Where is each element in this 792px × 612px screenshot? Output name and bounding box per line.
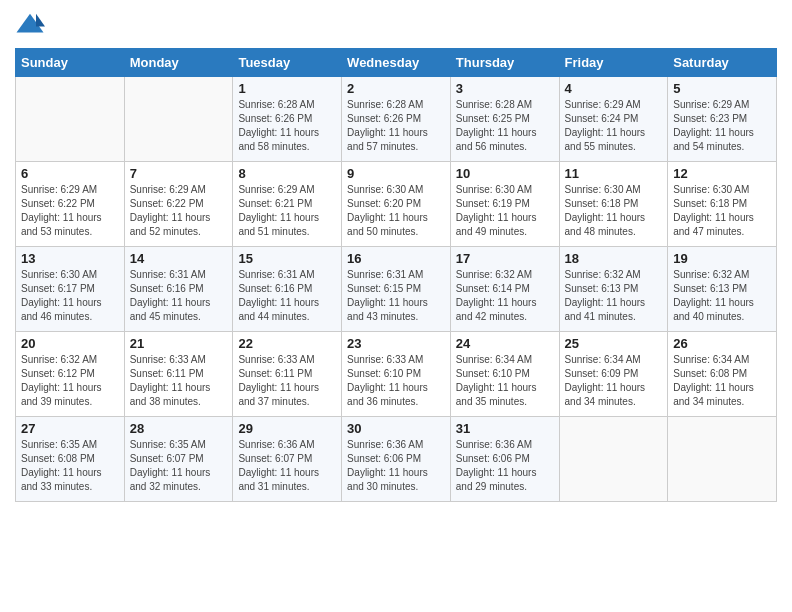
day-cell: 8Sunrise: 6:29 AMSunset: 6:21 PMDaylight… bbox=[233, 162, 342, 247]
day-cell: 18Sunrise: 6:32 AMSunset: 6:13 PMDayligh… bbox=[559, 247, 668, 332]
day-cell: 29Sunrise: 6:36 AMSunset: 6:07 PMDayligh… bbox=[233, 417, 342, 502]
calendar-body: 1Sunrise: 6:28 AMSunset: 6:26 PMDaylight… bbox=[16, 77, 777, 502]
week-row-3: 13Sunrise: 6:30 AMSunset: 6:17 PMDayligh… bbox=[16, 247, 777, 332]
day-number: 18 bbox=[565, 251, 663, 266]
day-info: Sunrise: 6:35 AMSunset: 6:07 PMDaylight:… bbox=[130, 438, 228, 494]
day-number: 28 bbox=[130, 421, 228, 436]
day-cell: 21Sunrise: 6:33 AMSunset: 6:11 PMDayligh… bbox=[124, 332, 233, 417]
day-cell: 19Sunrise: 6:32 AMSunset: 6:13 PMDayligh… bbox=[668, 247, 777, 332]
day-cell: 1Sunrise: 6:28 AMSunset: 6:26 PMDaylight… bbox=[233, 77, 342, 162]
day-number: 14 bbox=[130, 251, 228, 266]
day-number: 16 bbox=[347, 251, 445, 266]
day-cell: 4Sunrise: 6:29 AMSunset: 6:24 PMDaylight… bbox=[559, 77, 668, 162]
day-info: Sunrise: 6:32 AMSunset: 6:12 PMDaylight:… bbox=[21, 353, 119, 409]
day-cell: 10Sunrise: 6:30 AMSunset: 6:19 PMDayligh… bbox=[450, 162, 559, 247]
day-cell: 24Sunrise: 6:34 AMSunset: 6:10 PMDayligh… bbox=[450, 332, 559, 417]
day-info: Sunrise: 6:35 AMSunset: 6:08 PMDaylight:… bbox=[21, 438, 119, 494]
day-info: Sunrise: 6:28 AMSunset: 6:26 PMDaylight:… bbox=[347, 98, 445, 154]
day-info: Sunrise: 6:36 AMSunset: 6:06 PMDaylight:… bbox=[347, 438, 445, 494]
day-cell bbox=[559, 417, 668, 502]
day-number: 15 bbox=[238, 251, 336, 266]
day-number: 17 bbox=[456, 251, 554, 266]
week-row-2: 6Sunrise: 6:29 AMSunset: 6:22 PMDaylight… bbox=[16, 162, 777, 247]
header-cell-monday: Monday bbox=[124, 49, 233, 77]
day-cell: 6Sunrise: 6:29 AMSunset: 6:22 PMDaylight… bbox=[16, 162, 125, 247]
header bbox=[15, 10, 777, 40]
day-info: Sunrise: 6:30 AMSunset: 6:18 PMDaylight:… bbox=[673, 183, 771, 239]
day-number: 11 bbox=[565, 166, 663, 181]
day-number: 25 bbox=[565, 336, 663, 351]
day-cell: 11Sunrise: 6:30 AMSunset: 6:18 PMDayligh… bbox=[559, 162, 668, 247]
day-info: Sunrise: 6:31 AMSunset: 6:15 PMDaylight:… bbox=[347, 268, 445, 324]
day-info: Sunrise: 6:34 AMSunset: 6:10 PMDaylight:… bbox=[456, 353, 554, 409]
week-row-5: 27Sunrise: 6:35 AMSunset: 6:08 PMDayligh… bbox=[16, 417, 777, 502]
day-cell: 30Sunrise: 6:36 AMSunset: 6:06 PMDayligh… bbox=[342, 417, 451, 502]
day-number: 8 bbox=[238, 166, 336, 181]
day-number: 10 bbox=[456, 166, 554, 181]
day-number: 4 bbox=[565, 81, 663, 96]
day-cell: 14Sunrise: 6:31 AMSunset: 6:16 PMDayligh… bbox=[124, 247, 233, 332]
header-cell-saturday: Saturday bbox=[668, 49, 777, 77]
day-info: Sunrise: 6:30 AMSunset: 6:20 PMDaylight:… bbox=[347, 183, 445, 239]
day-cell: 23Sunrise: 6:33 AMSunset: 6:10 PMDayligh… bbox=[342, 332, 451, 417]
day-info: Sunrise: 6:32 AMSunset: 6:14 PMDaylight:… bbox=[456, 268, 554, 324]
day-info: Sunrise: 6:33 AMSunset: 6:10 PMDaylight:… bbox=[347, 353, 445, 409]
day-cell: 25Sunrise: 6:34 AMSunset: 6:09 PMDayligh… bbox=[559, 332, 668, 417]
day-info: Sunrise: 6:33 AMSunset: 6:11 PMDaylight:… bbox=[130, 353, 228, 409]
day-cell: 15Sunrise: 6:31 AMSunset: 6:16 PMDayligh… bbox=[233, 247, 342, 332]
day-cell: 27Sunrise: 6:35 AMSunset: 6:08 PMDayligh… bbox=[16, 417, 125, 502]
day-cell: 17Sunrise: 6:32 AMSunset: 6:14 PMDayligh… bbox=[450, 247, 559, 332]
day-info: Sunrise: 6:29 AMSunset: 6:22 PMDaylight:… bbox=[21, 183, 119, 239]
day-info: Sunrise: 6:28 AMSunset: 6:25 PMDaylight:… bbox=[456, 98, 554, 154]
header-cell-friday: Friday bbox=[559, 49, 668, 77]
day-number: 20 bbox=[21, 336, 119, 351]
day-number: 30 bbox=[347, 421, 445, 436]
header-cell-sunday: Sunday bbox=[16, 49, 125, 77]
day-cell: 28Sunrise: 6:35 AMSunset: 6:07 PMDayligh… bbox=[124, 417, 233, 502]
day-number: 5 bbox=[673, 81, 771, 96]
day-number: 12 bbox=[673, 166, 771, 181]
header-cell-thursday: Thursday bbox=[450, 49, 559, 77]
day-cell: 13Sunrise: 6:30 AMSunset: 6:17 PMDayligh… bbox=[16, 247, 125, 332]
day-info: Sunrise: 6:29 AMSunset: 6:22 PMDaylight:… bbox=[130, 183, 228, 239]
day-cell: 7Sunrise: 6:29 AMSunset: 6:22 PMDaylight… bbox=[124, 162, 233, 247]
day-number: 9 bbox=[347, 166, 445, 181]
day-cell: 3Sunrise: 6:28 AMSunset: 6:25 PMDaylight… bbox=[450, 77, 559, 162]
day-info: Sunrise: 6:29 AMSunset: 6:24 PMDaylight:… bbox=[565, 98, 663, 154]
day-cell: 2Sunrise: 6:28 AMSunset: 6:26 PMDaylight… bbox=[342, 77, 451, 162]
header-cell-tuesday: Tuesday bbox=[233, 49, 342, 77]
day-number: 6 bbox=[21, 166, 119, 181]
day-cell: 9Sunrise: 6:30 AMSunset: 6:20 PMDaylight… bbox=[342, 162, 451, 247]
day-info: Sunrise: 6:30 AMSunset: 6:17 PMDaylight:… bbox=[21, 268, 119, 324]
header-cell-wednesday: Wednesday bbox=[342, 49, 451, 77]
day-number: 29 bbox=[238, 421, 336, 436]
day-cell: 26Sunrise: 6:34 AMSunset: 6:08 PMDayligh… bbox=[668, 332, 777, 417]
day-number: 23 bbox=[347, 336, 445, 351]
day-info: Sunrise: 6:34 AMSunset: 6:08 PMDaylight:… bbox=[673, 353, 771, 409]
day-number: 26 bbox=[673, 336, 771, 351]
day-number: 7 bbox=[130, 166, 228, 181]
day-number: 24 bbox=[456, 336, 554, 351]
logo bbox=[15, 10, 49, 40]
calendar-table: SundayMondayTuesdayWednesdayThursdayFrid… bbox=[15, 48, 777, 502]
day-info: Sunrise: 6:30 AMSunset: 6:19 PMDaylight:… bbox=[456, 183, 554, 239]
day-cell: 31Sunrise: 6:36 AMSunset: 6:06 PMDayligh… bbox=[450, 417, 559, 502]
day-number: 19 bbox=[673, 251, 771, 266]
day-cell: 5Sunrise: 6:29 AMSunset: 6:23 PMDaylight… bbox=[668, 77, 777, 162]
day-number: 2 bbox=[347, 81, 445, 96]
calendar-header: SundayMondayTuesdayWednesdayThursdayFrid… bbox=[16, 49, 777, 77]
day-number: 1 bbox=[238, 81, 336, 96]
day-info: Sunrise: 6:36 AMSunset: 6:07 PMDaylight:… bbox=[238, 438, 336, 494]
day-cell bbox=[124, 77, 233, 162]
day-info: Sunrise: 6:31 AMSunset: 6:16 PMDaylight:… bbox=[238, 268, 336, 324]
day-number: 31 bbox=[456, 421, 554, 436]
day-info: Sunrise: 6:31 AMSunset: 6:16 PMDaylight:… bbox=[130, 268, 228, 324]
day-cell bbox=[668, 417, 777, 502]
day-info: Sunrise: 6:32 AMSunset: 6:13 PMDaylight:… bbox=[673, 268, 771, 324]
day-number: 13 bbox=[21, 251, 119, 266]
header-row: SundayMondayTuesdayWednesdayThursdayFrid… bbox=[16, 49, 777, 77]
day-info: Sunrise: 6:34 AMSunset: 6:09 PMDaylight:… bbox=[565, 353, 663, 409]
day-info: Sunrise: 6:30 AMSunset: 6:18 PMDaylight:… bbox=[565, 183, 663, 239]
week-row-1: 1Sunrise: 6:28 AMSunset: 6:26 PMDaylight… bbox=[16, 77, 777, 162]
day-cell: 20Sunrise: 6:32 AMSunset: 6:12 PMDayligh… bbox=[16, 332, 125, 417]
